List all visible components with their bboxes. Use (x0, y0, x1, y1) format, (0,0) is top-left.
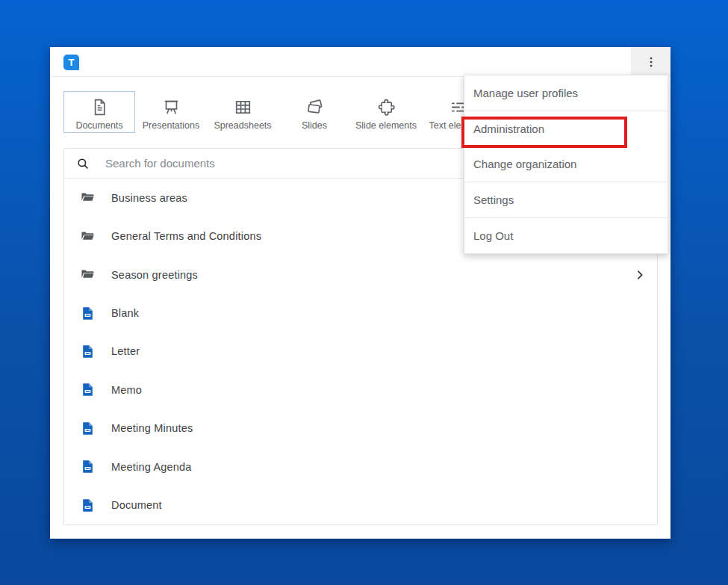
app-logo[interactable]: T (63, 55, 79, 70)
documents-icon (90, 97, 110, 117)
document-icon (80, 459, 96, 474)
document-row-memo[interactable]: Memo (64, 371, 657, 409)
document-icon (80, 344, 96, 359)
document-row-document[interactable]: Document (64, 486, 657, 524)
menu-item-label: Administration (473, 123, 544, 135)
folder-icon (80, 229, 96, 244)
list-item-label: Letter (111, 345, 140, 357)
tab-slide-elements[interactable]: Slide elements (350, 91, 422, 133)
document-row-blank[interactable]: Blank (64, 294, 657, 332)
list-item-label: Meeting Agenda (111, 461, 192, 473)
tab-label: Presentations (143, 120, 199, 131)
menu-item-label: Log Out (473, 229, 513, 242)
menu-item-label: Change organization (473, 158, 576, 170)
menu-item-manage-user-profiles[interactable]: Manage user profiles (464, 75, 668, 111)
slides-icon (305, 97, 325, 117)
slide-elements-icon (376, 97, 396, 117)
folder-icon (80, 267, 96, 282)
tab-documents[interactable]: Documents (63, 91, 135, 133)
document-icon (80, 382, 96, 397)
presentations-icon (161, 97, 181, 117)
menu-item-change-organization[interactable]: Change organization (464, 146, 668, 182)
search-icon (76, 157, 90, 170)
document-icon (80, 421, 96, 436)
document-icon (80, 498, 96, 513)
menu-item-settings[interactable]: Settings (464, 182, 668, 217)
tab-bar: Documents Presentations Spreadsheets Sli… (63, 91, 494, 133)
tab-label: Spreadsheets (214, 120, 271, 131)
chevron-right-icon (633, 268, 647, 282)
document-icon (80, 306, 96, 321)
top-bar: T (50, 47, 671, 77)
folder-icon (80, 190, 96, 205)
kebab-menu-icon (644, 55, 659, 69)
tab-label: Slide elements (355, 120, 417, 131)
list-item-label: General Terms and Conditions (111, 230, 261, 242)
tab-spreadsheets[interactable]: Spreadsheets (207, 91, 279, 133)
tab-presentations[interactable]: Presentations (135, 91, 207, 133)
list-item-label: Season greetings (111, 269, 198, 281)
menu-item-label: Manage user profiles (473, 87, 578, 99)
list-item-label: Blank (111, 307, 139, 319)
list-item-label: Memo (111, 384, 142, 396)
document-row-meeting-minutes[interactable]: Meeting Minutes (64, 409, 657, 448)
account-menu: Manage user profiles Administration Chan… (464, 75, 668, 254)
kebab-menu-button[interactable] (631, 47, 671, 76)
tab-slides[interactable]: Slides (279, 91, 350, 133)
spreadsheets-icon (233, 97, 253, 117)
menu-item-administration[interactable]: Administration (464, 111, 668, 146)
app-logo-letter: T (69, 57, 75, 68)
document-row-meeting-agenda[interactable]: Meeting Agenda (64, 448, 657, 486)
tab-label: Documents (75, 120, 122, 131)
menu-item-label: Settings (473, 194, 514, 206)
folder-row-season-greetings[interactable]: Season greetings (64, 256, 657, 294)
tab-label: Slides (302, 120, 327, 131)
document-row-letter[interactable]: Letter (64, 332, 657, 371)
list-item-label: Document (111, 499, 162, 511)
menu-item-log-out[interactable]: Log Out (464, 218, 668, 253)
list-item-label: Meeting Minutes (111, 422, 193, 434)
list-item-label: Business areas (111, 192, 187, 204)
